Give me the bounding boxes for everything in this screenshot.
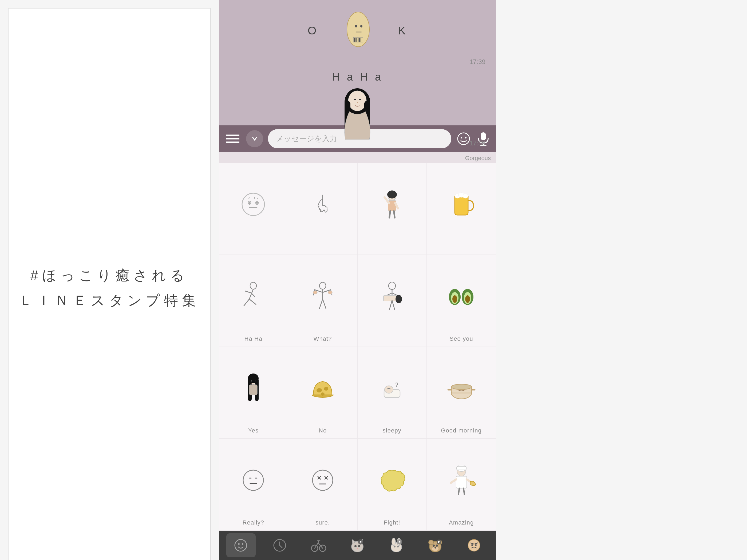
svg-point-148 xyxy=(429,540,433,545)
sticker-grid: Ha Ha What? xyxy=(219,163,496,531)
svg-point-85 xyxy=(465,295,470,303)
svg-rect-116 xyxy=(457,466,466,470)
svg-point-20 xyxy=(359,99,361,100)
svg-line-121 xyxy=(464,488,464,495)
svg-point-152 xyxy=(436,544,438,546)
svg-point-1 xyxy=(355,25,357,27)
svg-line-60 xyxy=(249,299,256,304)
tab-pack1[interactable] xyxy=(304,533,333,557)
svg-point-160 xyxy=(475,544,476,546)
input-placeholder: メッセージを入力 xyxy=(276,134,337,144)
svg-point-136 xyxy=(358,545,360,547)
sticker-cell-4[interactable]: Ha Ha xyxy=(219,255,288,347)
svg-point-122 xyxy=(235,539,247,551)
svg-point-54 xyxy=(463,194,468,198)
sticker-cell-12[interactable]: Really? xyxy=(219,438,288,531)
sticker-grid-header: Gorgeous xyxy=(219,152,496,163)
chat-area: O xyxy=(219,0,496,125)
sticker-label-13: sure. xyxy=(315,519,330,527)
sticker-cell-6[interactable] xyxy=(358,255,427,347)
sticker-haha: H a H a xyxy=(332,71,383,139)
svg-point-30 xyxy=(465,137,466,138)
emoji-button[interactable] xyxy=(456,131,471,146)
svg-rect-92 xyxy=(249,385,257,395)
svg-point-141 xyxy=(392,538,395,545)
svg-line-68 xyxy=(323,299,326,309)
tab-pack2[interactable] xyxy=(343,533,372,557)
svg-point-153 xyxy=(435,547,436,549)
svg-point-95 xyxy=(321,393,325,396)
expand-button[interactable] xyxy=(246,130,263,147)
tab-pack5[interactable] xyxy=(459,533,489,557)
sticker-cell-9[interactable]: No xyxy=(288,347,358,439)
svg-line-118 xyxy=(451,479,456,483)
sticker-cell-3[interactable] xyxy=(427,163,496,255)
bottom-tab-bar xyxy=(219,531,496,560)
ok-sticker-svg xyxy=(339,8,377,53)
svg-point-104 xyxy=(243,470,263,490)
svg-point-69 xyxy=(313,291,317,294)
sticker-label-12: Really? xyxy=(242,519,264,527)
svg-line-79 xyxy=(392,300,395,310)
svg-point-101 xyxy=(451,384,471,390)
svg-line-50 xyxy=(389,211,390,218)
svg-point-37 xyxy=(249,202,250,204)
svg-rect-117 xyxy=(456,476,467,488)
sticker-cell-10[interactable]: ? sleepy xyxy=(358,347,427,439)
sticker-cell-13[interactable]: sure. xyxy=(288,438,358,531)
timestamp2: 17:39 xyxy=(469,139,486,147)
sticker-label-5: What? xyxy=(314,336,332,343)
svg-point-21 xyxy=(357,102,358,103)
ok-text: O xyxy=(308,8,407,53)
svg-line-43 xyxy=(257,198,258,199)
svg-point-34 xyxy=(242,193,264,216)
svg-point-82 xyxy=(453,295,457,303)
tab-emoji[interactable] xyxy=(226,533,256,557)
sticker-label-9: No xyxy=(319,427,327,435)
svg-line-51 xyxy=(394,211,395,218)
svg-point-2 xyxy=(360,25,362,27)
menu-button[interactable] xyxy=(224,130,241,147)
sticker-label-10: sleepy xyxy=(383,427,402,435)
sticker-cell-14[interactable]: Fight! xyxy=(358,438,427,531)
svg-point-77 xyxy=(395,295,402,303)
sticker-label-15: Amazing xyxy=(449,519,474,527)
svg-line-120 xyxy=(459,488,459,495)
svg-point-29 xyxy=(461,137,462,138)
tab-recent[interactable] xyxy=(265,533,294,557)
svg-point-28 xyxy=(458,133,469,144)
svg-point-70 xyxy=(328,291,332,294)
sticker-cell-11[interactable]: Good morning xyxy=(427,347,496,439)
svg-point-156 xyxy=(468,539,480,551)
svg-point-97 xyxy=(385,386,393,393)
sticker-cell-1[interactable] xyxy=(288,163,358,255)
sticker-cell-15[interactable]: Amazing xyxy=(427,438,496,531)
sticker-cell-7[interactable]: See you xyxy=(427,255,496,347)
svg-point-123 xyxy=(238,543,240,545)
title-line1: #ほっこり癒される xyxy=(19,263,200,288)
sticker-cell-8[interactable]: Yes xyxy=(219,347,288,439)
left-panel: #ほっこり癒される ＬＩＮＥスタンプ特集 xyxy=(8,8,211,560)
svg-point-143 xyxy=(394,546,395,548)
svg-line-57 xyxy=(245,291,251,293)
svg-point-46 xyxy=(387,190,397,198)
svg-line-59 xyxy=(244,299,249,306)
sticker-cell-0[interactable] xyxy=(219,163,288,255)
sticker-cell-5[interactable]: What? xyxy=(288,255,358,347)
haha-text: H a H a xyxy=(332,71,383,83)
right-panel: O xyxy=(219,0,496,560)
svg-point-159 xyxy=(471,544,473,546)
sticker-pack-title: Gorgeous xyxy=(465,155,491,161)
svg-point-124 xyxy=(242,543,243,545)
svg-point-94 xyxy=(324,387,328,391)
timestamp1: 17:39 xyxy=(469,58,486,65)
svg-point-61 xyxy=(319,282,326,289)
sticker-label-14: Fight! xyxy=(384,519,400,527)
haha-sticker-svg xyxy=(335,86,380,139)
sticker-cell-2[interactable] xyxy=(358,163,427,255)
svg-point-16 xyxy=(348,91,366,111)
tab-pack3[interactable] xyxy=(382,533,411,557)
tab-pack4[interactable] xyxy=(420,533,450,557)
svg-point-38 xyxy=(256,202,258,204)
sticker-label-7: See you xyxy=(449,336,473,343)
